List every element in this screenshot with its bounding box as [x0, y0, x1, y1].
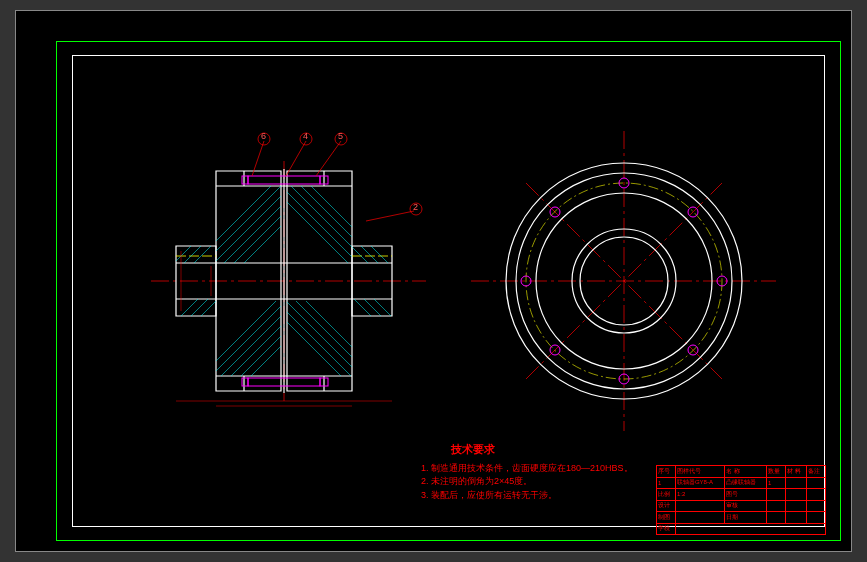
svg-line-58 [336, 281, 406, 351]
table-row: 序号图样代号 名 称数量 材 料备注 [657, 466, 826, 478]
svg-line-46 [166, 211, 226, 271]
notes-title: 技术要求 [451, 441, 633, 458]
svg-line-50 [166, 271, 226, 331]
svg-line-51 [176, 271, 236, 331]
svg-line-23 [196, 181, 286, 271]
technical-notes: 技术要求 1. 制造通用技术条件，齿面硬度应在180—210HBS。 2. 未注… [421, 441, 633, 502]
table-row: 设计 审核 [657, 500, 826, 512]
svg-line-22 [226, 181, 316, 271]
svg-line-47 [176, 211, 236, 271]
svg-line-68 [366, 211, 414, 221]
svg-rect-12 [242, 176, 248, 184]
table-row: 1联轴器GY8-A 凸缘联轴器1 [657, 477, 826, 489]
balloon-5: 5 [338, 131, 343, 141]
svg-line-56 [356, 231, 426, 301]
table-row: 比例1:2 图号 [657, 489, 826, 501]
note-line-2: 2. 未注明的倒角为2×45度。 [421, 475, 633, 489]
svg-rect-15 [242, 378, 248, 386]
section-view [151, 133, 426, 406]
balloon-6: 6 [261, 131, 266, 141]
cad-viewport: 6 4 5 2 技术要求 1. 制造通用技术条件，齿面硬度应在180—210HB… [15, 10, 852, 552]
title-block: 序号图样代号 名 称数量 材 料备注 1联轴器GY8-A 凸缘联轴器1 比例1:… [656, 465, 826, 535]
note-line-3: 3. 装配后，应使所有运转无干涉。 [421, 489, 633, 503]
svg-line-37 [266, 181, 356, 271]
balloon-2: 2 [413, 202, 418, 212]
svg-line-55 [346, 231, 416, 301]
table-row: 制图 日期 [657, 512, 826, 524]
front-view [471, 131, 776, 431]
svg-line-21 [216, 181, 306, 271]
table-row: 学校 [657, 523, 826, 535]
balloon-4: 4 [303, 131, 308, 141]
note-line-1: 1. 制造通用技术条件，齿面硬度应在180—210HBS。 [421, 462, 633, 476]
svg-line-20 [206, 181, 296, 271]
